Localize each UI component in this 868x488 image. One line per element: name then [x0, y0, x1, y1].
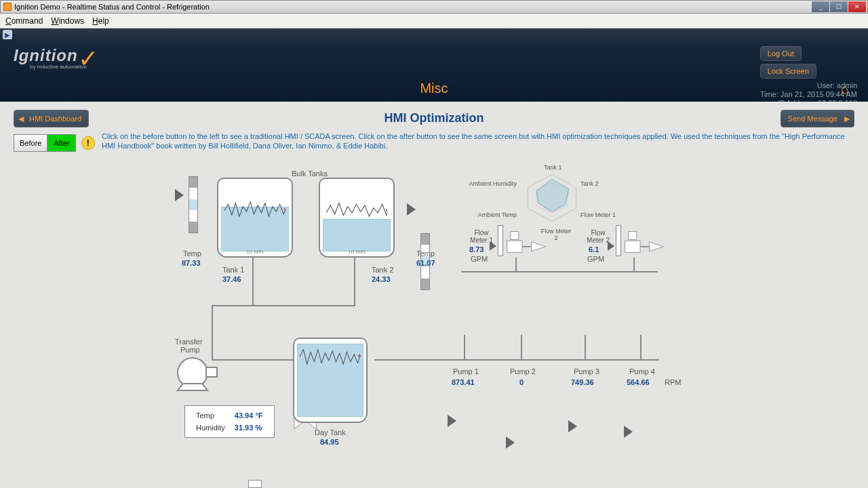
pump-4-play-icon [624, 426, 633, 438]
pump-3-label: Pump 3 [574, 367, 599, 375]
svg-point-1 [386, 209, 388, 212]
rpm-label: RPM [665, 378, 681, 386]
process-diagram: Bulk Tanks Temp 87.33 10 MIN Tank 1 37.4… [0, 163, 854, 488]
svg-rect-21 [625, 241, 640, 252]
window-titlebar: Ignition Demo - Realtime Status and Cont… [0, 0, 868, 14]
tank-2: 10 MIN [319, 178, 395, 258]
pump-3-play-icon [568, 420, 577, 432]
logo-swoosh-icon: ✓ [78, 45, 98, 73]
back-button[interactable]: HMI Dashboard [14, 110, 89, 127]
svg-rect-20 [629, 232, 637, 240]
menu-windows[interactable]: Windows [51, 16, 84, 26]
window-close-button[interactable]: ✕ [848, 1, 866, 12]
temp-left-value: 87.33 [182, 259, 201, 267]
info-text: Click on the before button to the left t… [102, 131, 859, 151]
logout-button[interactable]: Log Out [760, 46, 802, 61]
day-tank [293, 338, 368, 423]
after-button[interactable]: After [47, 134, 75, 152]
temp-left-label: Temp [183, 249, 201, 258]
transfer-pump-label-1: Transfer [175, 338, 203, 346]
pump-4-value: 564.66 [627, 378, 650, 386]
lockscreen-button[interactable]: Lock Screen [760, 64, 816, 79]
send-message-button[interactable]: Send Message [781, 110, 854, 127]
transfer-pump-label-2: Pump [180, 346, 200, 354]
logo: Ignition ✓ by inductive automation [14, 46, 87, 70]
svg-rect-5 [206, 367, 217, 377]
home-icon[interactable]: ⌂ [841, 81, 857, 98]
before-button[interactable]: Before [14, 134, 47, 152]
flow2-unit: GPM [587, 255, 604, 263]
env-hum-label: Humidity [192, 422, 229, 433]
temp-right-indicator-icon [407, 203, 416, 216]
svg-point-0 [284, 208, 286, 211]
radar-label-tank1: Tank 1 [544, 164, 562, 171]
pump-1-play-icon [448, 415, 456, 427]
menu-help[interactable]: Help [92, 16, 109, 26]
svg-rect-17 [507, 241, 522, 252]
flow2-play-icon [608, 241, 614, 251]
tank-1: 10 MIN [217, 178, 293, 258]
logo-text: Ignition [14, 46, 78, 64]
window-maximize-button[interactable]: ☐ [830, 1, 848, 12]
svg-point-11 [359, 354, 361, 357]
info-icon: ! [81, 136, 95, 150]
pump-2-play-icon [506, 436, 515, 449]
tank-1-label: Tank 1 [222, 266, 244, 274]
window-minimize-button[interactable]: _ [812, 1, 829, 12]
app-icon [3, 3, 12, 11]
flow1-play-icon [490, 241, 496, 251]
app-header: Ignition ✓ by inductive automation Misc … [0, 41, 868, 102]
flow1-label1: Flow [468, 229, 495, 237]
svg-rect-16 [511, 232, 519, 240]
flow1-manifold-icon [506, 229, 547, 264]
svg-marker-19 [532, 242, 546, 251]
pump-4-label: Pump 4 [629, 367, 655, 375]
flow2-manifold-icon [624, 229, 665, 264]
temp-right-label: Temp [416, 249, 435, 258]
menu-bar: Command Windows Help [0, 14, 868, 28]
quick-nav-icon[interactable]: ▶ [3, 30, 12, 39]
ambient-readout-box: Temp43.94 °F Humidity31.93 % [184, 405, 275, 438]
bulk-tanks-label: Bulk Tanks [292, 169, 328, 178]
day-tank-value: 84.95 [320, 438, 339, 446]
temp-left-indicator-icon [175, 189, 184, 201]
flow1-mini-bar [498, 225, 503, 256]
window-title: Ignition Demo - Realtime Status and Cont… [14, 3, 210, 11]
temp-right-value: 61.07 [416, 259, 435, 267]
radar-chart [521, 171, 583, 225]
radar-label-ambh: Ambient Humidity [468, 180, 517, 187]
content-area: HMI Dashboard HMI Optimization Send Mess… [0, 102, 868, 488]
transfer-pump-icon [172, 354, 220, 396]
radar-label-tank2: Tank 2 [580, 180, 599, 187]
env-temp-value: 43.94 °F [231, 410, 267, 421]
quick-toolbar: ▶ [0, 28, 868, 41]
tank-2-value: 24.33 [372, 275, 391, 283]
flow2-value: 6.1 [589, 245, 599, 253]
menu-command[interactable]: Command [5, 16, 43, 26]
tank-1-value: 37.46 [222, 275, 241, 283]
day-tank-label: Day Tank [315, 428, 346, 436]
tank-2-label: Tank 2 [372, 266, 393, 274]
flow1-value: 8.73 [469, 245, 484, 253]
pump-1-value: 873.41 [452, 378, 475, 386]
tank-1-caption: 10 MIN [246, 249, 264, 255]
flow1-unit: GPM [471, 255, 488, 263]
radar-label-fm1: Flow Meter 1 [580, 211, 616, 218]
pump-3-value: 749.36 [571, 378, 594, 386]
flow2-label1: Flow [585, 229, 612, 237]
page-title: HMI Optimization [9, 108, 859, 125]
env-hum-value: 31.93 % [231, 422, 267, 433]
pump-2-label: Pump 2 [510, 367, 536, 375]
svg-marker-23 [650, 242, 664, 251]
flow2-mini-bar [616, 225, 621, 256]
svg-marker-6 [178, 384, 208, 390]
env-temp-label: Temp [192, 410, 229, 421]
temp-left-bar [189, 176, 198, 233]
pump-2-value: 0 [519, 378, 524, 386]
tank-2-caption: 10 MIN [348, 249, 366, 255]
radar-label-ambt: Ambient Temp [472, 211, 517, 218]
pump-1-label: Pump 1 [453, 367, 479, 375]
svg-marker-15 [536, 179, 569, 211]
header-section-title: Misc [420, 81, 448, 96]
